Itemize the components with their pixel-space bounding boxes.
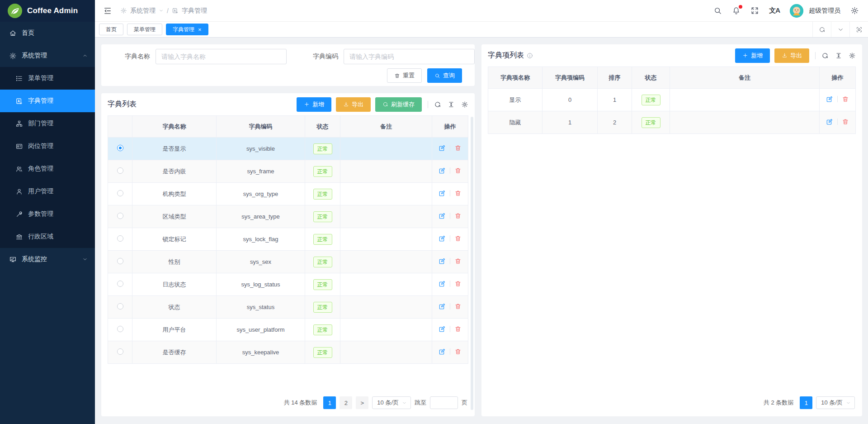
maximize-button[interactable] — [849, 22, 868, 37]
dict-code-input[interactable] — [344, 49, 475, 64]
trash-icon[interactable] — [454, 280, 462, 287]
dict-table-row[interactable]: 是否显示 sys_visible 正常 — [108, 138, 468, 160]
dict-table-row[interactable]: 状态 sys_status 正常 — [108, 296, 468, 319]
edit-icon[interactable] — [439, 280, 446, 287]
sidebar-item-user-mgmt[interactable]: 用户管理 — [0, 180, 95, 203]
trash-icon[interactable] — [454, 167, 462, 174]
row-radio[interactable] — [117, 167, 123, 174]
row-radio[interactable] — [117, 235, 123, 242]
dict-table-row[interactable]: 机构类型 sys_org_type 正常 — [108, 183, 468, 205]
export-dict-button[interactable]: 导出 — [336, 97, 371, 112]
refresh-tabs-button[interactable] — [812, 22, 831, 37]
dict-item-row[interactable]: 隐藏 1 2 正常 — [488, 111, 856, 134]
trash-icon[interactable] — [454, 144, 462, 152]
dict-item-row[interactable]: 显示 0 1 正常 — [488, 89, 856, 111]
user-name[interactable]: 超级管理员 — [809, 7, 840, 15]
refresh-cache-button[interactable]: 刷新缓存 — [375, 97, 422, 112]
note-cell — [340, 251, 432, 273]
page-2-button[interactable]: 2 — [340, 396, 352, 409]
row-radio[interactable] — [117, 258, 123, 264]
dict-table-row[interactable]: 用户平台 sys_user_platform 正常 — [108, 319, 468, 341]
breadcrumb-parent[interactable]: 系统管理 — [130, 7, 156, 15]
row-radio[interactable] — [117, 281, 123, 287]
edit-icon[interactable] — [439, 144, 446, 152]
next-page-button[interactable]: > — [356, 396, 368, 409]
sidebar-item-param-mgmt[interactable]: 参数管理 — [0, 203, 95, 225]
query-button[interactable]: 查询 — [427, 68, 462, 83]
row-radio[interactable] — [117, 213, 123, 219]
sidebar-item-monitor[interactable]: 系统监控 — [0, 248, 95, 271]
search-icon[interactable] — [713, 6, 722, 15]
row-radio[interactable] — [117, 326, 123, 332]
menu-fold-icon[interactable] — [103, 6, 112, 15]
dict-table-row[interactable]: 是否内嵌 sys_frame 正常 — [108, 160, 468, 183]
dict-code-cell: sys_visible — [217, 138, 305, 160]
edit-icon[interactable] — [439, 167, 446, 174]
edit-icon[interactable] — [439, 303, 446, 310]
export-dict-items-button[interactable]: 导出 — [774, 48, 809, 63]
tab-home[interactable]: 首页 — [99, 24, 123, 35]
edit-icon[interactable] — [439, 348, 446, 355]
edit-icon[interactable] — [439, 257, 446, 265]
trash-icon[interactable] — [454, 325, 462, 333]
sidebar-item-region[interactable]: 行政区域 — [0, 225, 95, 248]
notifications-button[interactable] — [732, 6, 741, 15]
page-1-button[interactable]: 1 — [323, 396, 336, 409]
trash-icon[interactable] — [454, 190, 462, 197]
add-dict-item-button[interactable]: 新增 — [735, 48, 770, 63]
trash-icon[interactable] — [454, 235, 462, 242]
jump-page-input[interactable] — [430, 396, 458, 409]
sidebar-item-post-mgmt[interactable]: 岗位管理 — [0, 135, 95, 157]
add-dict-button[interactable]: 新增 — [297, 97, 331, 112]
edit-icon[interactable] — [826, 95, 833, 103]
refresh-icon[interactable] — [821, 52, 829, 59]
edit-icon[interactable] — [439, 212, 446, 219]
sidebar-item-role-mgmt[interactable]: 角色管理 — [0, 157, 95, 180]
gear-icon[interactable] — [849, 52, 856, 59]
sidebar-item-dept-mgmt[interactable]: 部门管理 — [0, 112, 95, 135]
dict-table-row[interactable]: 区域类型 sys_area_type 正常 — [108, 205, 468, 228]
page-size-select[interactable]: 10 条/页 — [816, 396, 855, 409]
dict-name-input[interactable] — [156, 49, 287, 64]
dict-table-row[interactable]: 性别 sys_sex 正常 — [108, 251, 468, 273]
sidebar-item-dict-mgmt[interactable]: 字典管理 — [0, 90, 95, 112]
refresh-icon[interactable] — [434, 101, 441, 108]
ops-divider — [450, 348, 450, 355]
trash-icon[interactable] — [454, 303, 462, 310]
close-icon[interactable]: × — [198, 27, 202, 33]
tabs-menu-button[interactable] — [831, 22, 849, 37]
gear-icon[interactable] — [850, 6, 859, 15]
tab-dict-mgmt[interactable]: 字典管理 × — [166, 24, 208, 35]
fullscreen-icon[interactable] — [750, 6, 759, 15]
dict-table-row[interactable]: 日志状态 sys_log_status 正常 — [108, 273, 468, 296]
row-radio[interactable] — [117, 303, 123, 310]
row-radio[interactable] — [117, 145, 123, 151]
scrollbar[interactable] — [471, 117, 473, 410]
dict-table-row[interactable]: 锁定标记 sys_lock_flag 正常 — [108, 228, 468, 251]
tab-menu-mgmt[interactable]: 菜单管理 — [127, 24, 162, 35]
trash-icon[interactable] — [842, 118, 849, 125]
sidebar-item-system[interactable]: 系统管理 — [0, 44, 95, 67]
row-height-icon[interactable] — [835, 52, 842, 59]
gear-icon[interactable] — [461, 101, 468, 108]
trash-icon[interactable] — [454, 212, 462, 219]
edit-icon[interactable] — [439, 325, 446, 333]
row-height-icon[interactable] — [448, 101, 455, 108]
sidebar-item-menu-mgmt[interactable]: 菜单管理 — [0, 67, 95, 90]
trash-icon[interactable] — [454, 257, 462, 265]
edit-icon[interactable] — [826, 118, 833, 125]
dict-code-cell: sys_log_status — [217, 273, 305, 296]
translate-icon[interactable]: 文A — [769, 6, 780, 15]
dict-table-row[interactable]: 是否缓存 sys_keepalive 正常 — [108, 341, 468, 364]
avatar[interactable] — [790, 4, 803, 18]
row-radio[interactable] — [117, 348, 123, 355]
row-radio[interactable] — [117, 190, 123, 196]
edit-icon[interactable] — [439, 235, 446, 242]
reset-button[interactable]: 重置 — [387, 68, 422, 83]
sidebar-item-home[interactable]: 首页 — [0, 22, 95, 44]
trash-icon[interactable] — [842, 95, 849, 103]
page-1-button[interactable]: 1 — [800, 396, 812, 409]
page-size-select[interactable]: 10 条/页 — [372, 396, 411, 409]
edit-icon[interactable] — [439, 190, 446, 197]
trash-icon[interactable] — [454, 348, 462, 355]
